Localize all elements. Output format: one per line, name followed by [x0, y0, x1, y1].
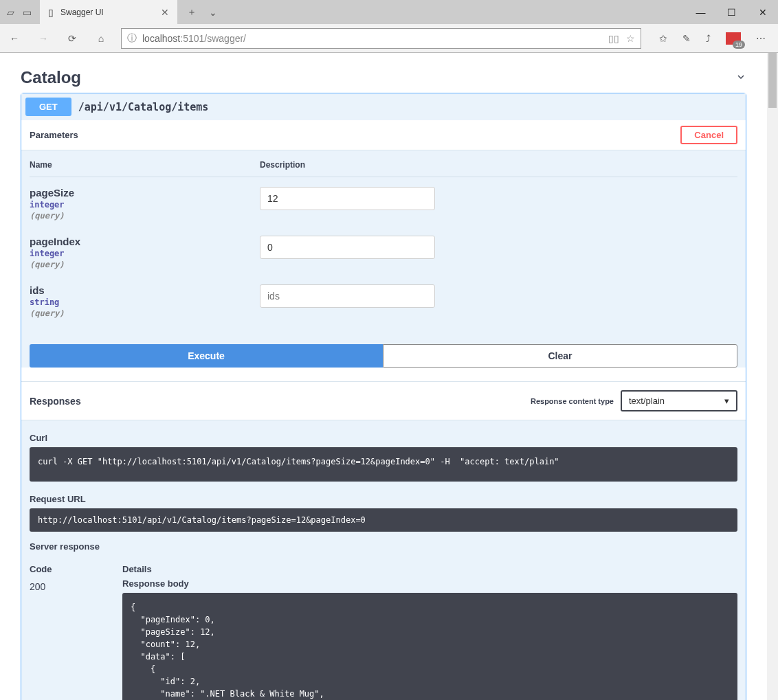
tab-title: Swagger UI	[60, 8, 154, 17]
parameters-heading: Parameters	[30, 130, 680, 140]
url-path: /swagger/	[204, 33, 246, 44]
api-section-header[interactable]: Catalog	[21, 53, 746, 93]
column-description-header: Description	[260, 160, 305, 170]
more-icon[interactable]: ⋯	[756, 33, 766, 44]
minimize-button[interactable]: —	[685, 0, 716, 24]
server-response-label: Server response	[30, 541, 737, 552]
scrollbar-thumb[interactable]	[768, 53, 777, 108]
close-window-button[interactable]: ✕	[747, 0, 778, 24]
responses-heading: Responses	[30, 396, 531, 407]
favorite-icon[interactable]: ☆	[626, 33, 635, 44]
content-type-label: Response content type	[531, 397, 614, 405]
curl-label: Curl	[30, 433, 737, 443]
code-column-header: Code	[30, 564, 122, 574]
curl-output: curl -X GET "http://localhost:5101/api/v…	[30, 447, 737, 482]
back-icon[interactable]: ←	[8, 32, 21, 45]
param-name: pageIndex	[30, 236, 260, 247]
ids-input[interactable]	[260, 284, 435, 308]
pagesize-input[interactable]	[260, 187, 435, 210]
response-body-label: Response body	[122, 578, 737, 589]
column-name-header: Name	[30, 160, 260, 170]
extension-badge[interactable]: 19	[726, 32, 741, 45]
details-column-header: Details	[122, 564, 152, 574]
clear-button[interactable]: Clear	[383, 344, 737, 368]
forward-icon[interactable]: →	[37, 32, 49, 45]
favorites-bar-icon[interactable]: ✩	[659, 33, 667, 44]
extension-count: 19	[733, 41, 745, 49]
request-url-output: http://localhost:5101/api/v1/Catalog/ite…	[30, 508, 737, 532]
param-row: pageSize integer (query)	[30, 177, 737, 226]
refresh-icon[interactable]: ⟳	[66, 32, 78, 45]
tabs-aside-icon[interactable]: ▱	[4, 6, 16, 19]
home-icon[interactable]: ⌂	[95, 32, 107, 45]
browser-toolbar: ← → ⟳ ⌂ ⓘ localhost:5101/swagger/ ▯▯ ☆ ✩…	[0, 24, 778, 53]
tab-close-icon[interactable]: ✕	[161, 7, 169, 18]
share-icon[interactable]: ⤴	[706, 33, 711, 44]
browser-titlebar: ▱ ▭ ▯ Swagger UI ✕ ＋ ⌄ — ☐ ✕	[0, 0, 778, 24]
operation-path: /api/v1/Catalog/items	[78, 101, 209, 113]
cancel-button[interactable]: Cancel	[680, 126, 737, 144]
method-badge: GET	[25, 98, 71, 116]
tab-favicon: ▯	[48, 7, 54, 18]
response-body-output: { "pageIndex": 0, "pageSize": 12, "count…	[122, 593, 737, 700]
maximize-button[interactable]: ☐	[716, 0, 747, 24]
url-port: :5101	[180, 33, 204, 44]
site-info-icon[interactable]: ⓘ	[127, 32, 137, 45]
param-type: string	[30, 297, 260, 307]
param-in: (query)	[30, 260, 260, 269]
param-type: integer	[30, 200, 260, 210]
param-type: integer	[30, 249, 260, 258]
operation-summary[interactable]: GET /api/v1/Catalog/items	[21, 93, 746, 120]
reading-view-icon[interactable]: ▯▯	[608, 33, 619, 44]
content-type-select[interactable]: text/plain	[621, 390, 737, 411]
notes-icon[interactable]: ✎	[682, 33, 691, 44]
param-name: ids	[30, 284, 260, 296]
chevron-down-icon[interactable]	[735, 71, 746, 84]
tabs-dropdown-icon[interactable]: ⌄	[209, 7, 217, 18]
browser-tab[interactable]: ▯ Swagger UI ✕	[40, 0, 177, 24]
request-url-label: Request URL	[30, 494, 737, 504]
url-host: localhost	[142, 33, 180, 44]
new-tab-icon[interactable]: ＋	[187, 6, 197, 19]
param-name: pageSize	[30, 187, 260, 199]
section-title: Catalog	[21, 68, 735, 87]
page-content: Catalog GET /api/v1/Catalog/items Parame…	[0, 53, 767, 700]
operation-block: GET /api/v1/Catalog/items Parameters Can…	[21, 93, 746, 700]
param-row: ids string (query)	[30, 275, 737, 324]
param-in: (query)	[30, 211, 260, 221]
response-code: 200	[30, 578, 122, 700]
vertical-scrollbar[interactable]	[767, 53, 778, 700]
execute-button[interactable]: Execute	[30, 344, 383, 368]
pageindex-input[interactable]	[260, 236, 435, 259]
address-bar[interactable]: ⓘ localhost:5101/swagger/ ▯▯ ☆	[121, 28, 641, 49]
param-in: (query)	[30, 308, 260, 318]
set-aside-icon[interactable]: ▭	[21, 6, 33, 19]
param-row: pageIndex integer (query)	[30, 226, 737, 275]
